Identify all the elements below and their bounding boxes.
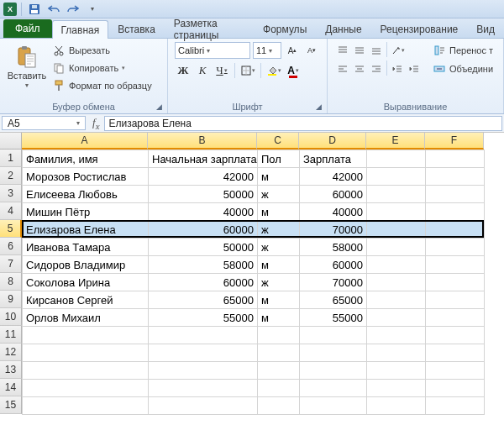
cell[interactable]: 42000 (300, 168, 367, 186)
save-icon[interactable] (26, 2, 43, 17)
cell[interactable] (426, 309, 485, 327)
align-top-button[interactable] (334, 42, 351, 59)
cell[interactable] (367, 203, 426, 221)
cell[interactable] (23, 362, 149, 380)
cell[interactable] (149, 327, 258, 344)
tab-file[interactable]: Файл (3, 19, 52, 38)
name-box[interactable]: A5 ▾ (2, 116, 86, 130)
cell[interactable]: ж (258, 186, 300, 203)
column-header[interactable]: E (366, 133, 425, 150)
row-header[interactable]: 2 (0, 167, 22, 185)
redo-icon[interactable] (65, 2, 81, 17)
table-row[interactable] (23, 327, 485, 344)
worksheet[interactable]: ABCDEF123456789101112131415Фамилия, имяН… (0, 133, 504, 416)
cell[interactable]: Кирсанов Сергей (23, 291, 149, 309)
cell[interactable] (426, 239, 485, 256)
row-header[interactable]: 12 (0, 344, 22, 361)
cell[interactable]: 40000 (300, 203, 367, 221)
cell[interactable] (258, 397, 300, 415)
cell[interactable] (300, 362, 367, 380)
table-row[interactable]: Мишин Пётр40000м40000 (23, 203, 485, 221)
cell[interactable]: Пол (258, 150, 300, 168)
cell[interactable] (149, 344, 258, 362)
underline-button[interactable]: Ч (213, 62, 230, 79)
formula-bar[interactable]: Елизарова Елена (104, 116, 502, 131)
table-row[interactable]: Морозов Ростислав42000м42000 (23, 168, 485, 186)
cell[interactable] (23, 344, 149, 362)
font-launcher-icon[interactable]: ◢ (313, 102, 323, 112)
cell[interactable]: Иванова Тамара (23, 239, 149, 256)
align-middle-button[interactable] (351, 42, 368, 59)
tab-view[interactable]: Вид (467, 19, 504, 38)
row-header[interactable]: 14 (0, 379, 22, 396)
row-header[interactable]: 15 (0, 396, 22, 414)
table-row[interactable]: Сидоров Владимир58000м60000 (23, 256, 485, 274)
cell[interactable]: 60000 (149, 274, 258, 291)
italic-button[interactable]: К (194, 62, 211, 79)
cell[interactable]: 55000 (149, 309, 258, 327)
cell[interactable]: м (258, 203, 300, 221)
table-row[interactable] (23, 397, 485, 415)
shrink-font-button[interactable]: A▾ (303, 42, 320, 59)
format-painter-button[interactable]: Формат по образцу (52, 77, 152, 94)
table-row[interactable] (23, 380, 485, 397)
table-row[interactable]: Кирсанов Сергей65000м65000 (23, 291, 485, 309)
cell[interactable] (426, 150, 485, 168)
cell[interactable] (300, 327, 367, 344)
cell[interactable]: 60000 (149, 221, 258, 239)
cell[interactable] (426, 327, 485, 344)
cell[interactable]: 60000 (300, 256, 367, 274)
font-color-button[interactable]: A (285, 62, 302, 79)
copy-button[interactable]: Копировать ▾ (52, 60, 152, 76)
table-row[interactable]: Иванова Тамара50000ж58000 (23, 239, 485, 256)
cell[interactable]: Елисеева Любовь (23, 186, 149, 203)
font-name-combo[interactable]: Calibri▾ (175, 42, 250, 59)
tab-formulas[interactable]: Формулы (254, 19, 316, 38)
grow-font-button[interactable]: A▴ (284, 42, 301, 59)
cell[interactable]: 65000 (300, 291, 367, 309)
row-header[interactable]: 10 (0, 308, 22, 326)
table-row[interactable]: Соколова Ирина60000ж70000 (23, 274, 485, 291)
row-header[interactable]: 1 (0, 150, 22, 167)
tab-page-layout[interactable]: Разметка страницы (165, 19, 254, 38)
table-row[interactable] (23, 344, 485, 362)
cell[interactable]: Морозов Ростислав (23, 168, 149, 186)
cell[interactable]: 58000 (149, 256, 258, 274)
cell[interactable]: 58000 (300, 239, 367, 256)
cell[interactable]: 65000 (149, 291, 258, 309)
cell[interactable]: м (258, 291, 300, 309)
font-size-combo[interactable]: 11▾ (253, 42, 281, 59)
cell[interactable] (367, 327, 426, 344)
tab-insert[interactable]: Вставка (108, 19, 165, 38)
table-row[interactable]: Фамилия, имяНачальная зарплатаПолЗарплат… (23, 150, 485, 168)
align-bottom-button[interactable] (368, 42, 385, 59)
cell[interactable]: 42000 (149, 168, 258, 186)
row-header[interactable]: 5 (0, 220, 22, 238)
tab-review[interactable]: Рецензирование (371, 19, 468, 38)
cell[interactable] (426, 380, 485, 397)
cell[interactable] (426, 291, 485, 309)
cell[interactable]: ж (258, 221, 300, 239)
cell[interactable]: Начальная зарплата (149, 150, 258, 168)
align-right-button[interactable] (368, 60, 385, 77)
select-all-corner[interactable] (0, 133, 22, 150)
cell[interactable] (367, 380, 426, 397)
cell[interactable] (367, 362, 426, 380)
fill-color-button[interactable] (265, 62, 282, 79)
merge-center-button[interactable]: Объедини (433, 60, 493, 77)
cell[interactable]: 60000 (300, 186, 367, 203)
cell[interactable]: 55000 (300, 309, 367, 327)
align-center-button[interactable] (351, 60, 368, 77)
paste-button[interactable]: Вставить ▼ (7, 42, 47, 92)
cell[interactable]: Фамилия, имя (23, 150, 149, 168)
cell[interactable]: 40000 (149, 203, 258, 221)
cell[interactable] (426, 221, 485, 239)
cell[interactable]: м (258, 168, 300, 186)
cell[interactable] (258, 380, 300, 397)
cell[interactable] (367, 239, 426, 256)
cell[interactable] (23, 327, 149, 344)
cell[interactable] (23, 380, 149, 397)
cell[interactable] (258, 327, 300, 344)
table-row[interactable]: Орлов Михаил55000м55000 (23, 309, 485, 327)
bold-button[interactable]: Ж (175, 62, 192, 79)
